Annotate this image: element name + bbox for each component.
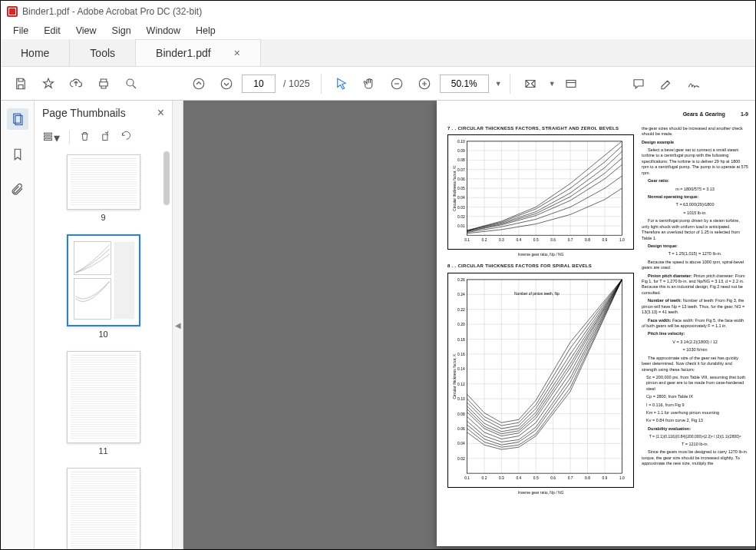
svg-text:Circular thickness factor, Kt: Circular thickness factor, Kt (453, 165, 457, 211)
svg-text:0.4: 0.4 (516, 238, 521, 242)
svg-text:1.0: 1.0 (619, 476, 625, 480)
attachments-rail-button[interactable] (7, 179, 28, 200)
pan-tool-button[interactable] (357, 71, 381, 96)
svg-text:0.08: 0.08 (457, 159, 465, 163)
close-panel-icon[interactable]: × (157, 106, 164, 120)
document-view[interactable]: Gears & Gearing 1-9 7 . . CIRCULAR THICK… (183, 101, 755, 549)
title-bar: Binder1.pdf - Adobe Acrobat Pro DC (32-b… (1, 1, 755, 22)
menu-file[interactable]: File (5, 24, 36, 38)
comment-button[interactable] (626, 71, 651, 96)
thumbnail-preview (67, 351, 140, 443)
svg-text:0.22: 0.22 (457, 307, 465, 311)
scrollbar-handle[interactable] (163, 151, 170, 205)
thumbnails-header: Page Thumbnails × (35, 101, 172, 125)
zoom-in-button[interactable] (412, 71, 437, 96)
fit-caret-icon[interactable]: ▼ (549, 80, 556, 88)
find-button[interactable] (119, 71, 144, 96)
thumbnail-preview (67, 154, 140, 210)
svg-rect-5 (566, 80, 576, 87)
thumbnail-label: 11 (58, 446, 149, 456)
thumbnail-label: 9 (58, 213, 149, 222)
svg-text:0.18: 0.18 (457, 337, 465, 341)
highlight-button[interactable] (654, 71, 678, 96)
print-button[interactable] (91, 71, 116, 96)
svg-text:0.5: 0.5 (533, 238, 539, 242)
menu-edit[interactable]: Edit (36, 24, 68, 38)
svg-text:0.6: 0.6 (550, 476, 556, 480)
svg-text:0.06: 0.06 (457, 177, 465, 181)
svg-rect-10 (45, 138, 52, 140)
rotate-page-button[interactable] (100, 131, 111, 145)
svg-text:0.09: 0.09 (457, 149, 465, 153)
svg-text:0.02: 0.02 (457, 456, 465, 460)
select-tool-button[interactable] (329, 71, 354, 96)
collapse-panel-button[interactable]: ◀ (173, 101, 183, 549)
svg-rect-11 (103, 134, 107, 141)
svg-point-0 (127, 79, 134, 86)
svg-text:0.01: 0.01 (457, 224, 465, 228)
fit-width-button[interactable] (518, 71, 543, 96)
svg-text:0.4: 0.4 (516, 476, 521, 480)
chart7: 0.10.20.30.40.50.60.70.80.91.00.010.020.… (447, 134, 634, 250)
menu-help[interactable]: Help (188, 24, 223, 38)
thumbnail-preview (67, 468, 140, 549)
toolbar-separator (510, 74, 510, 94)
page-number-input[interactable] (242, 75, 276, 93)
thumbnails-scrollbar[interactable] (163, 150, 170, 549)
read-mode-button[interactable] (559, 71, 583, 96)
svg-text:0.14: 0.14 (457, 367, 465, 371)
svg-text:0.02: 0.02 (457, 215, 465, 219)
svg-text:0.7: 0.7 (568, 238, 573, 242)
svg-text:0.9: 0.9 (602, 238, 608, 242)
svg-rect-12 (74, 242, 111, 275)
thumbnail-item[interactable]: 10 (58, 234, 149, 339)
svg-rect-8 (45, 133, 52, 134)
thumbnail-item[interactable]: 12 (58, 468, 149, 549)
tab-document[interactable]: Binder1.pdf × (136, 39, 261, 66)
thumbnails-list[interactable]: 9 10 (35, 150, 172, 549)
svg-text:0.03: 0.03 (457, 206, 465, 210)
svg-text:0.04: 0.04 (457, 197, 465, 200)
menu-sign[interactable]: Sign (104, 24, 139, 38)
thumbnail-item[interactable]: 9 (58, 154, 149, 222)
save-button[interactable] (8, 71, 33, 96)
svg-text:Number of pinion teeth, Np: Number of pinion teeth, Np (514, 292, 560, 296)
toolbar-separator (321, 74, 322, 94)
app-icon (7, 6, 18, 17)
bookmarks-rail-button[interactable] (7, 144, 28, 165)
svg-text:0.2: 0.2 (482, 476, 487, 480)
zoom-caret-icon[interactable]: ▼ (495, 80, 502, 88)
main-area: Page Thumbnails × ▾ 9 (1, 101, 755, 549)
svg-text:0.8: 0.8 (585, 238, 590, 242)
star-button[interactable] (36, 71, 61, 96)
thumbnail-item[interactable]: 11 (58, 351, 149, 456)
page-up-button[interactable] (187, 71, 211, 96)
svg-text:0.10: 0.10 (457, 140, 465, 144)
zoom-select[interactable]: 50.1% (440, 75, 489, 93)
svg-text:0.6: 0.6 (550, 238, 556, 242)
svg-text:0.08: 0.08 (457, 412, 465, 416)
upload-cloud-button[interactable] (64, 71, 88, 96)
svg-text:0.05: 0.05 (457, 187, 465, 191)
svg-text:0.07: 0.07 (457, 168, 465, 172)
svg-text:0.06: 0.06 (457, 427, 465, 431)
page-down-button[interactable] (214, 71, 239, 96)
delete-page-button[interactable] (79, 131, 91, 145)
page-number: 1-9 (741, 111, 748, 118)
undo-button[interactable] (120, 131, 132, 145)
tab-home[interactable]: Home (1, 39, 70, 66)
svg-text:0.24: 0.24 (457, 293, 465, 297)
sign-button[interactable] (682, 71, 706, 96)
tab-tools[interactable]: Tools (70, 39, 136, 66)
svg-text:0.1: 0.1 (464, 476, 470, 480)
thumb-options-button[interactable]: ▾ (42, 131, 60, 145)
window-title: Binder1.pdf - Adobe Acrobat Pro DC (32-b… (22, 6, 202, 17)
close-tab-icon[interactable]: × (234, 47, 240, 59)
zoom-out-button[interactable] (385, 71, 409, 96)
tab-bar: Home Tools Binder1.pdf × (1, 39, 755, 67)
svg-point-2 (221, 78, 232, 89)
thumbnails-rail-button[interactable] (7, 108, 28, 130)
menu-view[interactable]: View (68, 24, 104, 38)
menu-window[interactable]: Window (139, 24, 188, 38)
svg-text:1.0: 1.0 (619, 238, 625, 242)
